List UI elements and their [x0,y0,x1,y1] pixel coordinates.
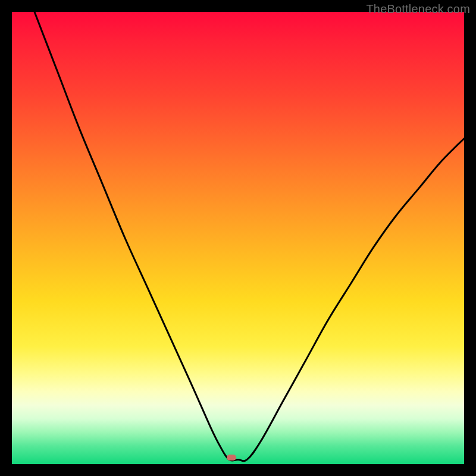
plot-area [12,12,464,464]
watermark-text: TheBottleneck.com [366,2,470,16]
chart-frame: TheBottleneck.com [0,0,476,476]
bottleneck-curve [12,12,464,464]
optimal-marker [227,455,236,461]
curve-path [35,12,464,461]
